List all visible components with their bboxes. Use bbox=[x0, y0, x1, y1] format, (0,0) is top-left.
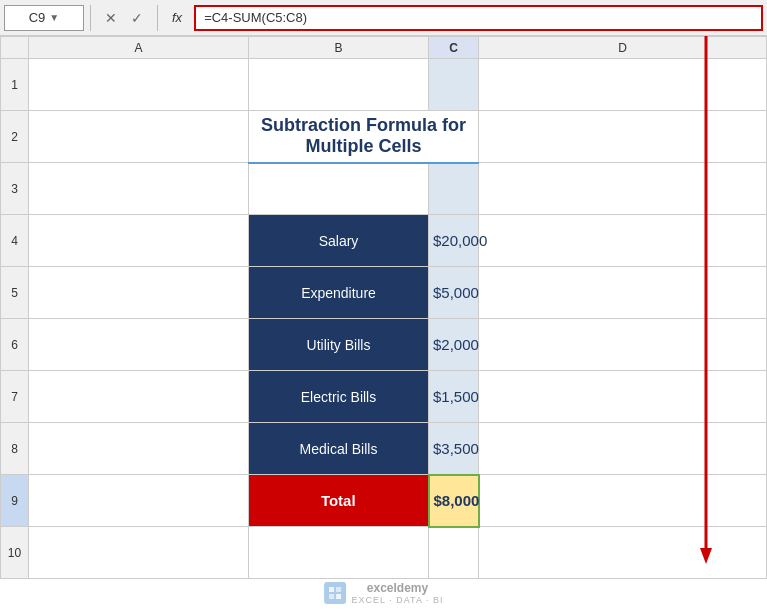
cell-a9[interactable] bbox=[29, 475, 249, 527]
cell-b8[interactable]: Medical Bills bbox=[249, 423, 429, 475]
row-6: 6 Utility Bills $2,000 bbox=[1, 319, 767, 371]
cell-d2[interactable] bbox=[479, 111, 767, 163]
cell-a2[interactable] bbox=[29, 111, 249, 163]
svg-rect-2 bbox=[329, 587, 334, 592]
col-header-a[interactable]: A bbox=[29, 37, 249, 59]
cell-a7[interactable] bbox=[29, 371, 249, 423]
cell-b3[interactable] bbox=[249, 163, 429, 215]
formula-input-wrapper bbox=[194, 5, 763, 31]
cell-c8[interactable]: $3,500 bbox=[429, 423, 479, 475]
row-header-2[interactable]: 2 bbox=[1, 111, 29, 163]
cell-b5[interactable]: Expenditure bbox=[249, 267, 429, 319]
watermark-text-group: exceldemy EXCEL · DATA · BI bbox=[352, 581, 444, 605]
cell-c4[interactable]: $20,000 bbox=[429, 215, 479, 267]
row-7: 7 Electric Bills $1,500 bbox=[1, 371, 767, 423]
cell-a10[interactable] bbox=[29, 527, 249, 579]
cell-a5[interactable] bbox=[29, 267, 249, 319]
cell-c1[interactable] bbox=[429, 59, 479, 111]
cell-a6[interactable] bbox=[29, 319, 249, 371]
cell-c7[interactable]: $1,500 bbox=[429, 371, 479, 423]
row-header-4[interactable]: 4 bbox=[1, 215, 29, 267]
row-header-8[interactable]: 8 bbox=[1, 423, 29, 475]
cell-d8[interactable] bbox=[479, 423, 767, 475]
formula-input[interactable] bbox=[194, 5, 763, 31]
col-header-c[interactable]: C bbox=[429, 37, 479, 59]
cell-b2-title[interactable]: Subtraction Formula for Multiple Cells bbox=[249, 111, 479, 163]
row-header-6[interactable]: 6 bbox=[1, 319, 29, 371]
cell-d3[interactable] bbox=[479, 163, 767, 215]
formula-bar: C9 ▼ ✕ ✓ fx bbox=[0, 0, 767, 36]
svg-rect-3 bbox=[336, 587, 341, 592]
cell-reference-box[interactable]: C9 ▼ bbox=[4, 5, 84, 31]
cell-b7[interactable]: Electric Bills bbox=[249, 371, 429, 423]
col-header-d[interactable]: D bbox=[479, 37, 767, 59]
cell-c3[interactable] bbox=[429, 163, 479, 215]
cell-d4[interactable] bbox=[479, 215, 767, 267]
row-5: 5 Expenditure $5,000 bbox=[1, 267, 767, 319]
spreadsheet-grid: A B C D 1 bbox=[0, 36, 767, 579]
cell-d5[interactable] bbox=[479, 267, 767, 319]
row-4: 4 Salary $20,000 bbox=[1, 215, 767, 267]
cell-c6[interactable]: $2,000 bbox=[429, 319, 479, 371]
row-9: 9 Total $8,000 bbox=[1, 475, 767, 527]
row-header-3[interactable]: 3 bbox=[1, 163, 29, 215]
row-header-9[interactable]: 9 bbox=[1, 475, 29, 527]
cell-a8[interactable] bbox=[29, 423, 249, 475]
cell-a4[interactable] bbox=[29, 215, 249, 267]
cell-reference-value: C9 bbox=[29, 10, 46, 25]
row-1: 1 bbox=[1, 59, 767, 111]
svg-rect-5 bbox=[336, 594, 341, 599]
cell-d9[interactable] bbox=[479, 475, 767, 527]
cell-d1[interactable] bbox=[479, 59, 767, 111]
svg-rect-4 bbox=[329, 594, 334, 599]
watermark-brand: exceldemy bbox=[367, 581, 428, 595]
row-8: 8 Medical Bills $3,500 bbox=[1, 423, 767, 475]
row-2: 2 Subtraction Formula for Multiple Cells bbox=[1, 111, 767, 163]
formula-bar-divider1 bbox=[90, 5, 91, 31]
row-3: 3 bbox=[1, 163, 767, 215]
cell-c5[interactable]: $5,000 bbox=[429, 267, 479, 319]
row-header-5[interactable]: 5 bbox=[1, 267, 29, 319]
confirm-icon[interactable]: ✓ bbox=[127, 10, 147, 26]
watermark: exceldemy EXCEL · DATA · BI bbox=[324, 581, 444, 605]
cell-b1[interactable] bbox=[249, 59, 429, 111]
formula-bar-icons: ✕ ✓ bbox=[97, 10, 151, 26]
row-10: 10 bbox=[1, 527, 767, 579]
cell-b6[interactable]: Utility Bills bbox=[249, 319, 429, 371]
cell-a1[interactable] bbox=[29, 59, 249, 111]
col-header-b[interactable]: B bbox=[249, 37, 429, 59]
row-header-10[interactable]: 10 bbox=[1, 527, 29, 579]
cell-a3[interactable] bbox=[29, 163, 249, 215]
row-header-1[interactable]: 1 bbox=[1, 59, 29, 111]
cell-d6[interactable] bbox=[479, 319, 767, 371]
formula-bar-divider2 bbox=[157, 5, 158, 31]
corner-cell bbox=[1, 37, 29, 59]
cell-c9[interactable]: $8,000 bbox=[429, 475, 479, 527]
row-header-7[interactable]: 7 bbox=[1, 371, 29, 423]
cell-b9[interactable]: Total bbox=[249, 475, 429, 527]
watermark-logo bbox=[324, 582, 346, 604]
grid-container: A B C D 1 bbox=[0, 36, 767, 613]
watermark-subtext: EXCEL · DATA · BI bbox=[352, 595, 444, 605]
cell-d10[interactable] bbox=[479, 527, 767, 579]
spreadsheet: C9 ▼ ✕ ✓ fx bbox=[0, 0, 767, 613]
fx-label: fx bbox=[164, 10, 190, 25]
cell-d7[interactable] bbox=[479, 371, 767, 423]
cell-c10[interactable] bbox=[429, 527, 479, 579]
cell-b10[interactable] bbox=[249, 527, 429, 579]
cell-b4[interactable]: Salary bbox=[249, 215, 429, 267]
cancel-icon[interactable]: ✕ bbox=[101, 10, 121, 26]
